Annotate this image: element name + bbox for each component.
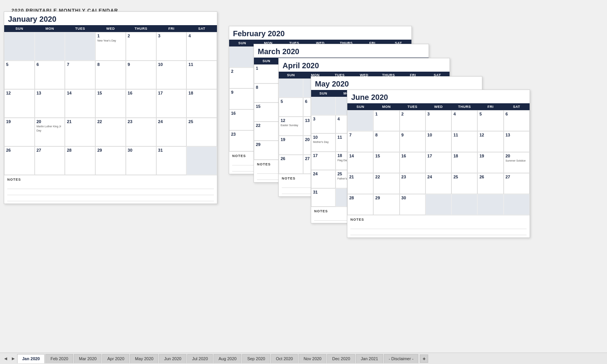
may-title: May 2020 [311,77,482,90]
jan-cell-22: 22 [95,118,126,146]
jan-cell-15: 15 [95,89,126,118]
tab-add-button[interactable]: + [420,354,428,363]
tab-mar-2020[interactable]: Mar 2020 [74,354,101,363]
jan-cell-11: 11 [186,61,217,89]
jan-cell-26: 26 [4,146,35,175]
june-body: 1 2 3 4 5 6 7 8 9 10 11 12 13 14 15 16 1… [347,110,530,215]
jan-header-wed: WED [95,25,126,32]
jan-header-sat: SAT [186,25,217,32]
jan-cell-empty-end [186,146,217,175]
tab-aug-2020[interactable]: Aug 2020 [214,354,241,363]
tab-may-2020[interactable]: May 2020 [130,354,158,363]
jan-cell-21: 21 [65,118,95,146]
tab-dec-2020[interactable]: Dec 2020 [327,354,355,363]
jan-cell-23: 23 [126,118,156,146]
jan-cell-2: 2 [126,32,156,61]
jan-cell-5: 5 [4,61,35,89]
tab-bar: ◀ ▶ Jan 2020 Feb 2020 Mar 2020 Apr 2020 … [0,353,607,364]
jan-cell-16: 16 [126,89,156,118]
jan-cell-25: 25 [186,118,217,146]
jan-cell-20: 20 Martin Luther King Jr Day [35,118,65,146]
tab-nov-2020[interactable]: Nov 2020 [299,354,326,363]
jan-cell-10: 10 [156,61,187,89]
jan-cell-18: 18 [186,89,217,118]
january-title: January 2020 [4,12,217,25]
jan-cell-8: 8 [95,61,126,89]
jan-header-tue: TUES [65,25,95,32]
tab-jan-2021[interactable]: Jan 2021 [356,354,383,363]
jan-cell-14: 14 [65,89,95,118]
jan-cell-30: 30 [126,146,156,175]
jan-cell-12: 12 [4,89,35,118]
january-grid: SUN MON TUES WED THURS FRI SAT 1 New Yea… [4,25,217,175]
june-notes: NOTES [347,215,530,237]
jan-cell-empty1 [4,32,35,61]
jan-cell-27: 27 [35,146,65,175]
jan-cell-29: 29 [95,146,126,175]
jan-header-thu: THURS [126,25,156,32]
jan-cell-4: 4 [186,32,217,61]
jan-cell-7: 7 [65,61,95,89]
jan-cell-17: 17 [156,89,187,118]
jan-cell-19: 19 [4,118,35,146]
april-title: April 2020 [279,58,450,72]
january-calendar: January 2020 SUN MON TUES WED THURS FRI … [4,11,217,204]
jan-cell-empty2 [35,32,65,61]
june-grid: SUN MON TUES WED THURS FRI SAT 1 2 3 4 5… [347,103,530,215]
tab-feb-2020[interactable]: Feb 2020 [45,354,73,363]
tab-apr-2020[interactable]: Apr 2020 [102,354,129,363]
jan-cell-24: 24 [156,118,187,146]
january-header: SUN MON TUES WED THURS FRI SAT [4,25,217,32]
jan-cell-3: 3 [156,32,187,61]
june-title: June 2020 [347,90,530,103]
tab-nav-right[interactable]: ▶ [10,354,17,363]
jan-header-fri: FRI [156,25,187,32]
january-body: 1 New Year's Day 2 3 4 5 6 7 8 9 10 11 1… [4,32,217,175]
jan-cell-9: 9 [126,61,156,89]
june-header: SUN MON TUES WED THURS FRI SAT [347,103,530,110]
jan-cell-13: 13 [35,89,65,118]
tab-sep-2020[interactable]: Sep 2020 [242,354,270,363]
jan-header-sun: SUN [4,25,35,32]
jan-cell-1: 1 New Year's Day [95,32,126,61]
jan-cell-empty3 [65,32,95,61]
june-calendar: June 2020 SUN MON TUES WED THURS FRI SAT… [347,90,530,238]
jan-cell-31: 31 [156,146,187,175]
tab-jun-2020[interactable]: Jun 2020 [159,354,186,363]
tab-nav-left[interactable]: ◀ [2,354,10,363]
jan-cell-6: 6 [35,61,65,89]
jan-header-mon: MON [35,25,65,32]
tab-disclaimer[interactable]: - Disclaimer - [384,354,419,363]
tab-jul-2020[interactable]: Jul 2020 [187,354,213,363]
tab-jan-2020[interactable]: Jan 2020 [17,354,45,363]
tab-oct-2020[interactable]: Oct 2020 [271,354,298,363]
january-notes: NOTES [4,175,217,204]
march-title: March 2020 [254,44,429,58]
main-area: 2020 PRINTABLE MONTHLY CALENDAR January … [0,0,607,347]
jan-cell-28: 28 [65,146,95,175]
february-title: February 2020 [229,26,411,40]
